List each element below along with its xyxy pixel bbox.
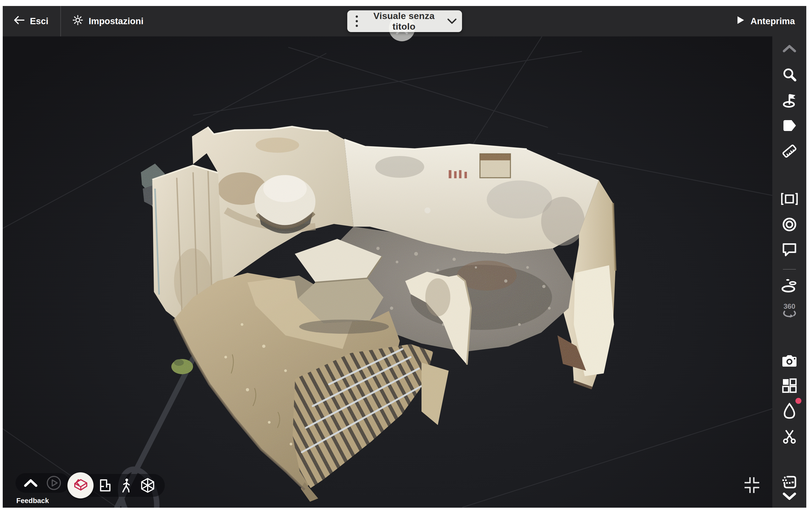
exit-label: Esci — [30, 16, 49, 26]
settings-button[interactable]: Impostazioni — [61, 6, 154, 36]
svg-text:360: 360 — [783, 302, 795, 310]
dollhouse-model[interactable] — [141, 127, 615, 502]
view-title-pill[interactable]: Visuale senza titolo — [347, 10, 462, 32]
search-icon[interactable] — [782, 67, 797, 82]
snapshot-camera-icon[interactable] — [781, 355, 798, 368]
preview-label: Anteprima — [751, 16, 795, 26]
concentric-rings-icon[interactable] — [782, 217, 797, 232]
play-tour-button[interactable] — [46, 475, 61, 490]
play-triangle-icon — [737, 16, 745, 27]
top-bar: Esci Impostazioni Visuale senza titolo — [3, 6, 806, 36]
mode-mesh-button[interactable] — [138, 478, 158, 493]
toolbar-divider — [783, 269, 796, 270]
playback-pill — [16, 473, 69, 493]
layout-grid-icon[interactable] — [782, 378, 797, 393]
tool-sidebar: 360 — [772, 36, 806, 508]
3d-viewport[interactable]: Feedback — [3, 36, 772, 508]
start-location-flag-icon[interactable] — [781, 92, 798, 108]
scroll-down-chevron-icon[interactable] — [782, 492, 796, 500]
view-title: Visuale senza titolo — [366, 10, 442, 32]
kebab-menu-icon[interactable] — [347, 16, 366, 27]
comment-icon[interactable] — [782, 242, 797, 256]
pano-strip-icon[interactable] — [781, 193, 798, 205]
preview-button[interactable]: Anteprima — [726, 6, 806, 36]
expand-controls-button[interactable] — [24, 478, 38, 488]
defurnish-box-icon[interactable] — [781, 475, 798, 490]
rotate-360-icon[interactable]: 360 — [781, 302, 798, 319]
mode-walk-button[interactable] — [116, 478, 136, 493]
dollhouse-model-canvas — [3, 36, 772, 508]
gear-icon — [72, 15, 83, 28]
droplet-icon[interactable] — [782, 403, 796, 419]
settings-label: Impostazioni — [89, 16, 144, 26]
sweep-points-icon[interactable] — [781, 278, 798, 293]
exit-fullscreen-icon[interactable] — [744, 477, 760, 493]
feedback-link[interactable]: Feedback — [16, 496, 49, 505]
view-mode-pill — [68, 474, 165, 497]
dollhouse-icon — [72, 477, 88, 494]
chevron-down-icon[interactable] — [442, 18, 462, 24]
scroll-up-chevron-icon[interactable] — [782, 44, 796, 53]
back-arrow-icon — [13, 16, 25, 27]
walk-person-icon — [120, 478, 132, 493]
editor-window: Esci Impostazioni Visuale senza titolo — [3, 6, 806, 508]
notification-dot — [795, 398, 802, 404]
tag-icon[interactable] — [782, 120, 797, 131]
mode-dollhouse-button[interactable] — [67, 472, 93, 498]
measure-ruler-icon[interactable] — [781, 143, 798, 159]
exit-button[interactable]: Esci — [3, 6, 60, 36]
floorplan-icon — [98, 478, 112, 492]
mode-floorplan-button[interactable] — [95, 478, 115, 492]
trim-scissors-icon[interactable] — [782, 429, 797, 444]
mesh-view-icon — [140, 478, 155, 493]
